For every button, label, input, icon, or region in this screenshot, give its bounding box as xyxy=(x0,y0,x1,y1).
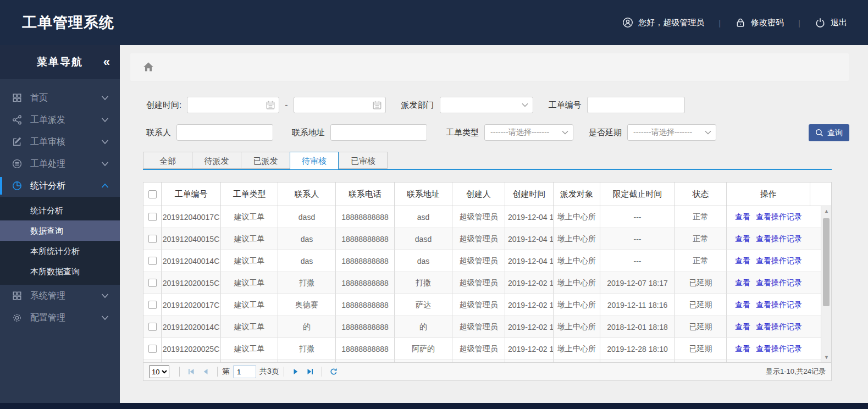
page-number-input[interactable] xyxy=(233,365,256,378)
order-no-input[interactable] xyxy=(588,97,684,113)
sidebar-item-2[interactable]: 工单派发 xyxy=(0,109,120,131)
row-checkbox[interactable] xyxy=(148,213,157,221)
view-log-link[interactable]: 查看操作记录 xyxy=(756,212,802,222)
status-badge: 已延期 xyxy=(675,316,727,338)
user-icon xyxy=(622,17,633,28)
row-checkbox[interactable] xyxy=(148,323,157,331)
status-badge: 正常 xyxy=(675,250,727,272)
select-all-checkbox[interactable] xyxy=(148,190,157,198)
view-log-link[interactable]: 查看操作记录 xyxy=(756,322,802,332)
orders-table: 工单编号工单类型联系人联系电话联系地址创建人创建时间派发对象限定截止时间状态操作… xyxy=(143,182,832,381)
scroll-up-arrow[interactable]: ▲ xyxy=(821,208,831,214)
row-checkbox[interactable] xyxy=(148,301,157,309)
depart-select[interactable] xyxy=(440,97,533,113)
sidebar-item-7[interactable]: 配置管理 xyxy=(0,307,120,329)
next-page-button[interactable] xyxy=(290,366,302,378)
view-log-link[interactable]: 查看操作记录 xyxy=(756,234,802,244)
calendar-icon[interactable] xyxy=(266,100,275,110)
delay-select[interactable]: -------请选择------- xyxy=(627,124,716,141)
cell-target: 墩上中心所 xyxy=(554,206,600,228)
row-checkbox[interactable] xyxy=(148,279,157,287)
first-page-button[interactable] xyxy=(185,366,197,378)
view-link[interactable]: 查看 xyxy=(735,300,750,310)
last-page-button[interactable] xyxy=(304,366,316,378)
refresh-button[interactable] xyxy=(328,366,340,378)
sidebar-subitem-3[interactable]: 本所统计分析 xyxy=(0,241,120,261)
cell-creator: 超级管理员 xyxy=(452,206,505,228)
tab-5[interactable]: 已审核 xyxy=(339,152,388,169)
tab-3[interactable]: 已派发 xyxy=(241,152,290,169)
search-icon xyxy=(815,129,823,137)
view-link[interactable]: 查看 xyxy=(735,278,750,288)
view-link[interactable]: 查看 xyxy=(735,234,750,244)
row-checkbox-cell xyxy=(143,206,162,228)
cell-target: 墩上中心所 xyxy=(554,316,600,338)
row-checkbox[interactable] xyxy=(148,345,157,353)
sidebar-submenu: 统计分析数据查询本所统计分析本所数据查询 xyxy=(0,197,120,285)
row-checkbox[interactable] xyxy=(148,235,157,243)
row-checkbox-cell xyxy=(143,228,162,250)
sidebar-item-5[interactable]: 统计分析 xyxy=(0,175,120,197)
cell-contact: das xyxy=(278,250,336,272)
tab-2[interactable]: 待派发 xyxy=(192,152,241,169)
row-checkbox-cell xyxy=(143,316,162,338)
status-badge: 已延期 xyxy=(675,338,727,360)
sidebar-item-3[interactable]: 工单审核 xyxy=(0,131,120,153)
table-row: 201912020017C建议工单奥德赛18888888888萨达超级管理员20… xyxy=(143,294,831,316)
table-row: 201912020025C建议工单打撒18888888888阿萨的超级管理员20… xyxy=(143,338,831,360)
view-link[interactable]: 查看 xyxy=(735,212,750,222)
sidebar-menu: 首页工单派发工单审核工单处理统计分析统计分析数据查询本所统计分析本所数据查询系统… xyxy=(0,79,120,329)
tab-1[interactable]: 全部 xyxy=(143,152,192,169)
calendar-icon[interactable] xyxy=(372,100,382,110)
page-size-select[interactable]: 10 xyxy=(149,365,169,378)
pager-divider xyxy=(217,367,218,377)
prev-page-button[interactable] xyxy=(200,366,212,378)
cell-created: 2019-12-04 15 xyxy=(505,206,554,228)
change-password-label: 修改密码 xyxy=(751,18,784,28)
sidebar-item-6[interactable]: 系统管理 xyxy=(0,285,120,307)
logout-button[interactable]: 退出 xyxy=(815,17,847,28)
sidebar-item-4[interactable]: 工单处理 xyxy=(0,153,120,175)
cell-type: 建议工单 xyxy=(221,294,278,316)
table-row-partial xyxy=(143,360,831,362)
scroll-down-arrow[interactable]: ▼ xyxy=(821,355,831,360)
filter-row-2: 联系人 联系地址 工单类型 -------请选择------- 是否延期 ---… xyxy=(146,124,849,141)
sidebar-subitem-2[interactable]: 数据查询 xyxy=(0,220,120,241)
home-icon[interactable] xyxy=(142,61,154,73)
row-checkbox-cell xyxy=(143,250,162,272)
pager-divider xyxy=(322,367,322,377)
cell-empty xyxy=(554,360,600,362)
page-prefix: 第 xyxy=(222,367,230,377)
view-log-link[interactable]: 查看操作记录 xyxy=(756,344,802,354)
column-header: 派发对象 xyxy=(554,183,600,206)
view-link[interactable]: 查看 xyxy=(735,322,750,332)
scrollbar-thumb[interactable] xyxy=(823,218,830,306)
view-log-link[interactable]: 查看操作记录 xyxy=(756,278,802,288)
view-log-link[interactable]: 查看操作记录 xyxy=(756,300,802,310)
table-row: 201912040017C建议工单dasd18888888888asd超级管理员… xyxy=(143,206,831,228)
sidebar-subitem-4[interactable]: 本所数据查询 xyxy=(0,261,120,281)
order-type-select[interactable]: -------请选择------- xyxy=(484,124,573,141)
view-link[interactable]: 查看 xyxy=(735,344,750,354)
sidebar-item-1[interactable]: 首页 xyxy=(0,87,120,109)
view-log-link[interactable]: 查看操作记录 xyxy=(756,256,802,266)
cell-order_no: 201912040017C xyxy=(162,206,221,228)
table-scrollbar[interactable]: ▲ ▼ xyxy=(821,206,831,362)
address-input[interactable] xyxy=(331,125,427,140)
sidebar-collapse-icon[interactable]: « xyxy=(103,55,109,69)
cell-empty xyxy=(278,360,336,362)
row-checkbox[interactable] xyxy=(148,257,157,265)
contact-input[interactable] xyxy=(177,125,273,140)
view-link[interactable]: 查看 xyxy=(735,256,750,266)
table-row: 201912040015C建议工单das18888888888dasd超级管理员… xyxy=(143,228,831,250)
row-checkbox-cell xyxy=(143,338,162,360)
cell-deadline: --- xyxy=(600,206,675,228)
address-label: 联系地址 xyxy=(292,128,325,138)
search-button[interactable]: 查询 xyxy=(809,124,849,141)
cell-address: 萨达 xyxy=(395,294,452,316)
user-greeting[interactable]: 您好，超级管理员 xyxy=(622,17,704,28)
cell-deadline: 2019-12-11 18:16 xyxy=(600,294,675,316)
change-password-button[interactable]: 修改密码 xyxy=(735,17,784,28)
sidebar-subitem-1[interactable]: 统计分析 xyxy=(0,200,120,220)
tab-4[interactable]: 待审核 xyxy=(290,152,339,170)
